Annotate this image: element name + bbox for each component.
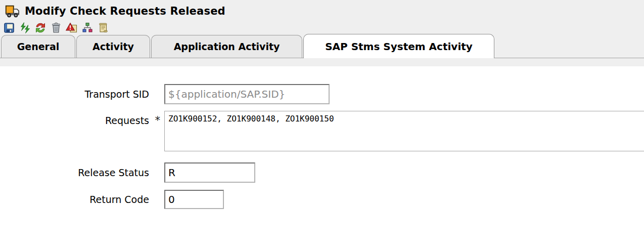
transport-sid-input[interactable]: [164, 84, 330, 104]
requests-row: Requests *: [0, 111, 644, 151]
save-button[interactable]: [3, 22, 15, 34]
tab-general[interactable]: General: [1, 35, 75, 58]
validate-button[interactable]: [66, 22, 78, 34]
header: Modify Check Requests Released: [0, 0, 644, 18]
tab-content: Transport SID Requests * Release Status …: [0, 66, 644, 246]
toolbar: [0, 22, 644, 34]
required-marker: *: [155, 114, 161, 127]
tab-general-label: General: [17, 41, 60, 52]
refresh-button[interactable]: [34, 22, 47, 34]
script-button[interactable]: [97, 22, 109, 34]
trash-icon: [50, 22, 62, 34]
scroll-icon: [97, 22, 109, 34]
truck-icon: [5, 5, 20, 18]
return-code-input[interactable]: [164, 190, 224, 209]
tab-sap-stms-system-activity-label: SAP Stms System Activity: [325, 40, 473, 53]
node-tree-icon: [81, 22, 94, 34]
delete-button[interactable]: [50, 22, 62, 34]
release-status-row: Release Status: [0, 162, 644, 183]
tab-bar: General Activity Application Activity SA…: [0, 34, 644, 58]
dependencies-button[interactable]: [81, 22, 94, 34]
top-panel: Modify Check Requests Released: [0, 0, 644, 66]
red-green-circular-arrows-icon: [34, 22, 47, 34]
execute-button[interactable]: [19, 22, 31, 34]
green-double-arrows-icon: [19, 22, 31, 34]
tab-application-activity-label: Application Activity: [174, 41, 280, 52]
transport-sid-row: Transport SID: [0, 84, 644, 104]
requests-label: Requests *: [0, 111, 164, 127]
requests-label-text: Requests: [105, 115, 149, 126]
tab-activity[interactable]: Activity: [76, 35, 150, 58]
page-title: Modify Check Requests Released: [25, 5, 225, 17]
transport-sid-label: Transport SID: [0, 88, 164, 101]
tab-sap-stms-system-activity[interactable]: SAP Stms System Activity: [303, 34, 494, 58]
tab-activity-label: Activity: [93, 41, 134, 52]
requests-textarea[interactable]: [164, 111, 644, 151]
save-icon: [3, 22, 15, 34]
return-code-row: Return Code: [0, 190, 644, 209]
release-status-label: Release Status: [0, 166, 164, 179]
return-code-label: Return Code: [0, 193, 164, 206]
release-status-input[interactable]: [164, 162, 255, 183]
tab-application-activity[interactable]: Application Activity: [151, 35, 302, 58]
warning-scroll-icon: [66, 22, 78, 34]
